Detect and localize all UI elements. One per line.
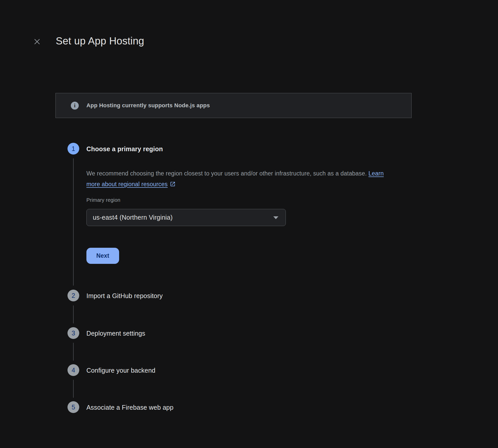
step-1-title: Choose a primary region xyxy=(86,145,163,153)
setup-app-hosting-dialog: Set up App Hosting i App Hosting current… xyxy=(0,0,498,448)
step-5-badge: 5 xyxy=(67,401,79,413)
connector-step-3-4 xyxy=(73,343,74,361)
step-2-title: Import a GitHub repository xyxy=(86,292,163,300)
chevron-down-icon xyxy=(273,216,278,219)
step-3-title: Deployment settings xyxy=(86,330,145,337)
connector-step-4-5 xyxy=(73,380,74,398)
info-icon: i xyxy=(71,102,79,110)
step-1-description: We recommend choosing the region closest… xyxy=(86,168,394,190)
page-title: Set up App Hosting xyxy=(56,35,144,47)
info-banner: i App Hosting currently supports Node.js… xyxy=(55,93,412,118)
primary-region-select[interactable]: us-east4 (Northern Virginia) xyxy=(86,209,286,226)
step-4-badge: 4 xyxy=(67,364,79,376)
primary-region-label: Primary region xyxy=(86,197,120,203)
step-5-title: Associate a Firebase web app xyxy=(86,404,174,411)
close-icon xyxy=(33,38,41,45)
step-3-badge: 3 xyxy=(67,327,79,339)
description-text: We recommend choosing the region closest… xyxy=(86,170,368,177)
step-1-badge: 1 xyxy=(67,143,79,155)
step-2-number: 2 xyxy=(72,292,75,299)
next-button[interactable]: Next xyxy=(86,248,119,264)
primary-region-selected-value: us-east4 (Northern Virginia) xyxy=(93,214,173,221)
connector-step-1-2 xyxy=(73,158,74,286)
external-link-icon xyxy=(170,180,176,190)
step-3-number: 3 xyxy=(72,329,75,337)
step-1-number: 1 xyxy=(72,145,75,152)
step-2-badge: 2 xyxy=(67,290,79,301)
connector-step-2-3 xyxy=(73,305,74,323)
banner-text: App Hosting currently supports Node.js a… xyxy=(86,102,210,109)
close-button[interactable] xyxy=(32,37,42,46)
step-4-title: Configure your backend xyxy=(86,367,155,374)
step-4-number: 4 xyxy=(72,367,75,374)
step-5-number: 5 xyxy=(72,404,75,411)
